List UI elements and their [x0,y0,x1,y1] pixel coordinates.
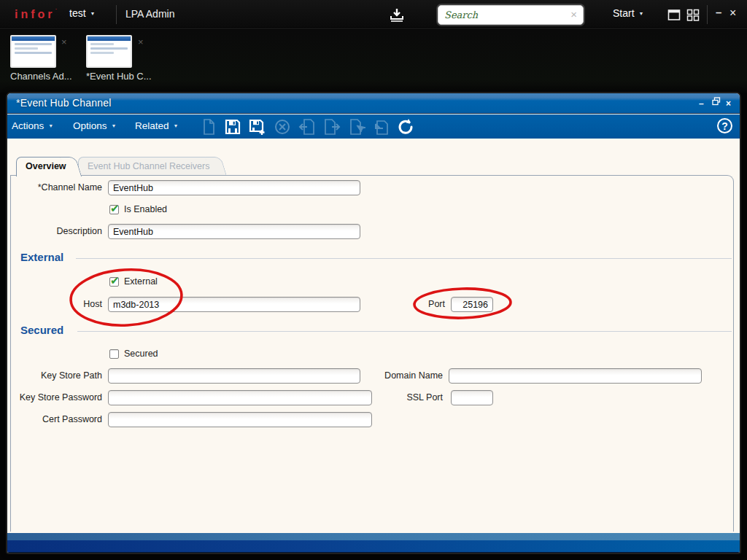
revert-document-icon[interactable] [373,118,390,136]
save-icon[interactable] [224,118,241,136]
restore-window-icon[interactable] [712,97,721,108]
cancel-icon[interactable] [274,118,291,136]
select-document-icon[interactable] [348,118,365,136]
start-dropdown[interactable]: Start▼ [613,7,644,19]
window-thumbnail-channels[interactable] [10,35,56,68]
taskbar-item-label[interactable]: Channels Ad... [10,71,72,82]
menu-options[interactable]: Options▼ [73,120,116,131]
chevron-down-icon: ▼ [48,123,53,128]
minimize-window-icon[interactable]: – [699,98,704,109]
close-window-icon[interactable]: × [726,98,731,109]
taskbar-item-label[interactable]: *Event Hub C... [86,71,152,82]
divider [707,5,708,24]
export-document-icon[interactable] [323,118,341,136]
refresh-icon[interactable] [398,118,415,136]
open-windows-taskbar: × Channels Ad... × *Event Hub C... [0,30,747,93]
menu-actions[interactable]: Actions▼ [12,120,53,131]
tile-windows-icon[interactable] [686,9,700,21]
maximize-window-icon[interactable] [667,9,681,21]
tab-page-content: Overview Event Hub Channel Receivers *Ch… [7,139,740,533]
chevron-down-icon: ▼ [90,11,96,16]
window-thumbnail-eventhub[interactable] [86,35,132,68]
tab-event-hub-channel-receivers[interactable]: Event Hub Channel Receivers [78,157,224,176]
status-bar-bottom [7,540,740,553]
chevron-down-icon: ▼ [112,123,117,128]
logo-tick: ˙ [55,8,58,15]
new-document-icon[interactable] [200,118,217,136]
screen: infor˙ test▼ LPA Admin × Start▼ – × × Ch… [0,0,747,560]
chevron-down-icon: ▼ [639,11,644,16]
app-title: LPA Admin [125,8,174,20]
help-icon[interactable]: ? [717,118,732,133]
status-bar-top [7,533,740,540]
window-menubar: Actions▼ Options▼ Related▼ [7,114,740,139]
clear-search-icon[interactable]: × [570,8,577,20]
search-input[interactable] [444,8,561,22]
event-hub-channel-window: *Event Hub Channel – × Actions▼ Options▼… [7,93,740,553]
close-app-icon[interactable]: × [729,7,736,20]
save-and-new-icon[interactable] [249,118,266,136]
menu-related[interactable]: Related▼ [135,120,178,131]
top-application-bar: infor˙ test▼ LPA Admin × Start▼ – × [0,0,747,29]
window-titlebar[interactable]: *Event Hub Channel – × [7,93,740,114]
window-title: *Event Hub Channel [16,97,111,109]
divider [116,5,117,24]
search-box: × [438,5,584,25]
chevron-down-icon: ▼ [174,123,179,128]
infor-logo: infor˙ [15,8,57,21]
tab-overview[interactable]: Overview [16,157,79,176]
close-icon[interactable]: × [138,36,144,47]
workspace-dropdown[interactable]: test▼ [69,7,96,19]
form-panel-border [10,175,734,532]
close-icon[interactable]: × [61,36,67,47]
download-icon[interactable] [388,7,406,24]
minimize-app-icon[interactable]: – [716,6,721,18]
import-document-icon[interactable] [298,118,316,136]
